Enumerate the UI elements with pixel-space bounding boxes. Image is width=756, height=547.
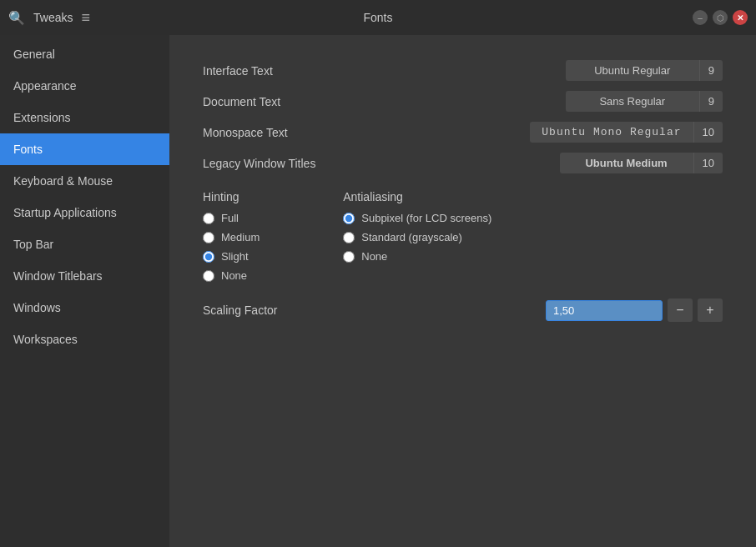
aa-standard-label: Standard (grayscale) bbox=[361, 231, 462, 243]
antialiasing-column: Antialiasing Subpixel (for LCD screens) … bbox=[343, 190, 491, 282]
sidebar-item-window-titlebars[interactable]: Window Titlebars bbox=[0, 260, 169, 292]
hinting-label: Hinting bbox=[203, 190, 260, 203]
document-text-button[interactable]: Sans Regular bbox=[566, 91, 699, 112]
aa-standard-radio[interactable] bbox=[343, 232, 355, 243]
scaling-row: Scaling Factor − + bbox=[203, 299, 723, 322]
menu-icon[interactable]: ≡ bbox=[81, 9, 90, 27]
hinting-slight-radio[interactable] bbox=[203, 251, 214, 263]
scaling-controls: − + bbox=[546, 299, 723, 322]
legacy-window-titles-button[interactable]: Ubuntu Medium bbox=[560, 153, 693, 173]
content-area: Interface Text Ubuntu Regular 9 Document… bbox=[169, 35, 756, 547]
options-section: Hinting Full Medium Slight bbox=[203, 190, 723, 282]
scaling-decrement-button[interactable]: − bbox=[668, 299, 693, 322]
sidebar-item-top-bar[interactable]: Top Bar bbox=[0, 228, 169, 260]
titlebar: 🔍 Tweaks ≡ Fonts – ⬡ ✕ bbox=[0, 0, 756, 35]
app-name: Tweaks bbox=[33, 11, 73, 24]
interface-text-button[interactable]: Ubuntu Regular bbox=[566, 60, 699, 81]
aa-subpixel-label: Subpixel (for LCD screens) bbox=[361, 212, 491, 224]
sidebar-item-workspaces[interactable]: Workspaces bbox=[0, 324, 169, 355]
hinting-slight-label: Slight bbox=[221, 250, 249, 263]
hinting-medium-radio[interactable] bbox=[203, 232, 214, 243]
hinting-column: Hinting Full Medium Slight bbox=[203, 190, 260, 282]
sidebar-item-extensions[interactable]: Extensions bbox=[0, 102, 169, 133]
sidebar-item-startup-applications[interactable]: Startup Applications bbox=[0, 197, 169, 228]
aa-standard-item[interactable]: Standard (grayscale) bbox=[343, 231, 491, 243]
window-title: Fonts bbox=[363, 11, 392, 24]
antialiasing-radio-group: Subpixel (for LCD screens) Standard (gra… bbox=[343, 212, 491, 263]
antialiasing-label: Antialiasing bbox=[343, 190, 491, 203]
monospace-text-row: Monospace Text Ubuntu Mono Regular 10 bbox=[203, 122, 723, 143]
document-text-value: Sans Regular 9 bbox=[566, 91, 723, 112]
hinting-slight-item[interactable]: Slight bbox=[203, 250, 260, 263]
hinting-full-radio[interactable] bbox=[203, 213, 214, 224]
sidebar-item-keyboard-mouse[interactable]: Keyboard & Mouse bbox=[0, 165, 169, 197]
legacy-window-titles-size: 10 bbox=[693, 153, 723, 173]
hinting-full-label: Full bbox=[221, 212, 239, 224]
monospace-text-size: 10 bbox=[693, 122, 723, 143]
aa-none-item[interactable]: None bbox=[343, 250, 491, 263]
sidebar-item-windows[interactable]: Windows bbox=[0, 292, 169, 324]
monospace-text-label: Monospace Text bbox=[203, 126, 386, 139]
hinting-medium-item[interactable]: Medium bbox=[203, 231, 260, 243]
scaling-increment-button[interactable]: + bbox=[698, 299, 723, 322]
sidebar-item-general[interactable]: General bbox=[0, 38, 169, 70]
aa-subpixel-radio[interactable] bbox=[343, 213, 355, 224]
minimize-button[interactable]: – bbox=[693, 10, 708, 25]
scaling-input[interactable] bbox=[546, 300, 663, 321]
hinting-none-label: None bbox=[221, 269, 247, 282]
sidebar-item-fonts[interactable]: Fonts bbox=[0, 133, 169, 165]
legacy-window-titles-value: Ubuntu Medium 10 bbox=[560, 153, 723, 173]
monospace-text-button[interactable]: Ubuntu Mono Regular bbox=[530, 122, 693, 143]
legacy-window-titles-label: Legacy Window Titles bbox=[203, 157, 386, 170]
hinting-medium-label: Medium bbox=[221, 231, 260, 243]
interface-text-value: Ubuntu Regular 9 bbox=[566, 60, 723, 81]
interface-text-row: Interface Text Ubuntu Regular 9 bbox=[203, 60, 723, 81]
window-controls: – ⬡ ✕ bbox=[693, 10, 748, 25]
hinting-radio-group: Full Medium Slight None bbox=[203, 212, 260, 282]
main-layout: General Appearance Extensions Fonts Keyb… bbox=[0, 35, 756, 547]
aa-subpixel-item[interactable]: Subpixel (for LCD screens) bbox=[343, 212, 491, 224]
interface-text-size: 9 bbox=[699, 60, 723, 81]
legacy-window-titles-row: Legacy Window Titles Ubuntu Medium 10 bbox=[203, 153, 723, 173]
hinting-none-radio[interactable] bbox=[203, 270, 214, 282]
document-text-label: Document Text bbox=[203, 95, 386, 108]
sidebar: General Appearance Extensions Fonts Keyb… bbox=[0, 35, 169, 547]
document-text-row: Document Text Sans Regular 9 bbox=[203, 91, 723, 112]
titlebar-left: 🔍 Tweaks ≡ bbox=[8, 9, 90, 27]
interface-text-label: Interface Text bbox=[203, 64, 386, 78]
document-text-size: 9 bbox=[699, 91, 723, 112]
close-button[interactable]: ✕ bbox=[733, 10, 748, 25]
maximize-button[interactable]: ⬡ bbox=[713, 10, 728, 25]
monospace-text-value: Ubuntu Mono Regular 10 bbox=[530, 122, 723, 143]
hinting-none-item[interactable]: None bbox=[203, 269, 260, 282]
search-icon[interactable]: 🔍 bbox=[8, 10, 25, 26]
aa-none-radio[interactable] bbox=[343, 251, 355, 263]
aa-none-label: None bbox=[361, 250, 387, 263]
hinting-full-item[interactable]: Full bbox=[203, 212, 260, 224]
sidebar-item-appearance[interactable]: Appearance bbox=[0, 70, 169, 102]
scaling-label: Scaling Factor bbox=[203, 304, 386, 317]
